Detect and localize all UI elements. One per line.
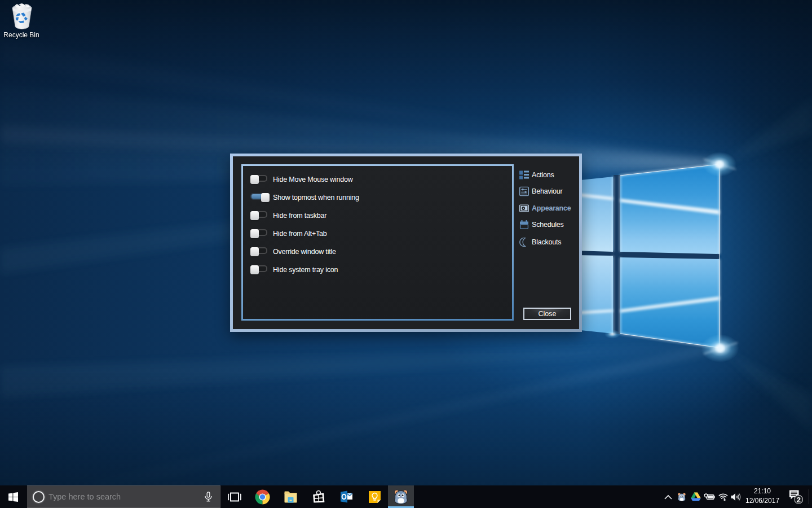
svg-text:2: 2 (796, 495, 801, 503)
